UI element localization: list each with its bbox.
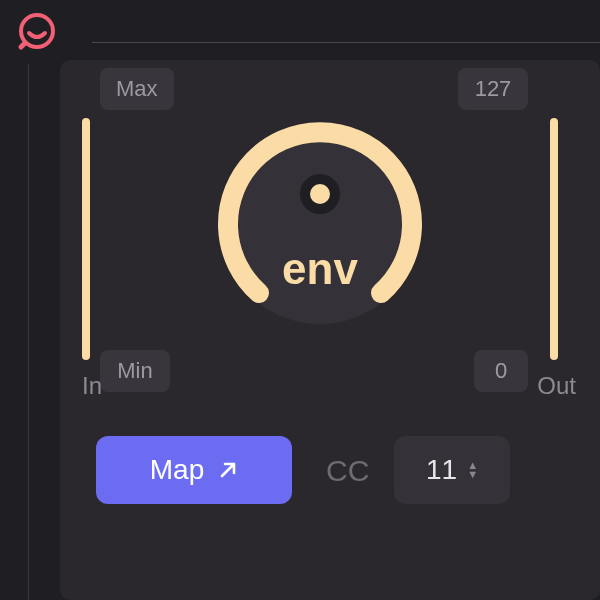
- env-dial[interactable]: env: [204, 108, 436, 340]
- dial-label: env: [204, 244, 436, 294]
- max-value: 127: [458, 68, 528, 110]
- in-range-slider[interactable]: [82, 118, 90, 360]
- out-range-slider[interactable]: [550, 118, 558, 360]
- dial-arc: [204, 108, 436, 340]
- in-label: In: [82, 372, 102, 400]
- envelope-panel: Max 127 env Min 0 In Out Map CC 11 ▲▼: [60, 60, 600, 600]
- left-divider: [28, 64, 29, 600]
- cc-label: CC: [326, 454, 369, 488]
- max-label: Max: [100, 68, 174, 110]
- map-button-label: Map: [150, 454, 204, 486]
- min-value: 0: [474, 350, 528, 392]
- stepper-arrows-icon: ▲▼: [467, 462, 478, 478]
- out-label: Out: [537, 372, 576, 400]
- arrow-up-right-icon: [218, 460, 238, 480]
- dial-indicator-dot: [310, 184, 330, 204]
- logo-icon: [16, 10, 58, 52]
- map-button[interactable]: Map: [96, 436, 292, 504]
- cc-value-stepper[interactable]: 11 ▲▼: [394, 436, 510, 504]
- min-label: Min: [100, 350, 170, 392]
- cc-value-text: 11: [426, 454, 457, 486]
- top-divider: [92, 42, 600, 43]
